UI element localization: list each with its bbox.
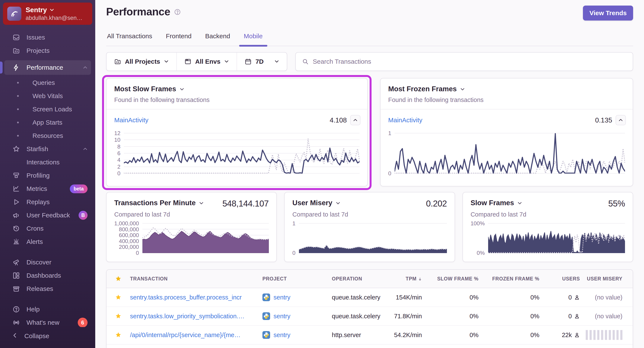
- search-icon: [302, 58, 308, 65]
- widget-subtitle: Found in the following transactions: [114, 96, 360, 103]
- transaction-link[interactable]: /api/0/internal/rpc/{service_name}/{me…: [130, 331, 262, 338]
- slow-frames-line-chart: [124, 133, 360, 173]
- users-cell: 0: [541, 294, 582, 301]
- project-cell[interactable]: sentry: [262, 331, 332, 339]
- star-column-header[interactable]: [106, 276, 130, 282]
- col-project[interactable]: PROJECT: [262, 276, 332, 282]
- metric-value: 4.108: [330, 116, 347, 124]
- y-axis-labels: 1,000,000800,000600,000400,000200,0000: [114, 221, 139, 256]
- table-row[interactable]: sentry.tasks.process_buffer.process_incr…: [106, 288, 633, 307]
- projects-icon: [12, 47, 20, 54]
- releases-icon: [12, 285, 20, 292]
- issues-icon: [12, 34, 20, 41]
- bullet-icon: [17, 122, 19, 123]
- y-tick-label: 10: [114, 137, 120, 142]
- star-outline-icon: [12, 145, 20, 153]
- col-tpm[interactable]: TPM: [387, 276, 424, 282]
- collapse-chart-button[interactable]: [350, 115, 360, 125]
- slow-frames-pct-widget: Slow Frames 55% Compared to last 7d 100%…: [462, 192, 633, 262]
- table-row[interactable]: sentry.tasks.low_priority_symbolication.…: [106, 307, 633, 326]
- favorite-star-icon[interactable]: [106, 332, 130, 338]
- sidebar-item-issues[interactable]: Issues: [4, 31, 91, 44]
- widget-title[interactable]: Most Slow Frames: [114, 85, 360, 93]
- sidebar-item-crons[interactable]: Crons: [4, 222, 91, 235]
- widget-title[interactable]: Slow Frames: [470, 199, 522, 207]
- sidebar-item-whats-new[interactable]: What's new 6: [4, 316, 91, 327]
- transaction-link[interactable]: sentry.tasks.low_priority_symbolication.…: [130, 313, 262, 320]
- tab-all-transactions[interactable]: All Transactions: [106, 33, 153, 46]
- y-tick-label: 0: [117, 170, 120, 176]
- sidebar-item-resources[interactable]: Resources: [4, 129, 91, 142]
- col-user-misery[interactable]: USER MISERY: [582, 276, 624, 282]
- operation-cell: http.server: [332, 331, 387, 338]
- slow-frame-cell: 0%: [424, 294, 480, 301]
- sidebar-item-screen-loads[interactable]: Screen Loads: [4, 103, 91, 116]
- project-filter[interactable]: All Projects: [106, 53, 176, 71]
- org-switcher[interactable]: Sentry abdullah.khan@sen…: [3, 3, 92, 25]
- favorite-star-icon[interactable]: [106, 294, 130, 300]
- python-project-icon: [262, 331, 270, 339]
- widget-title[interactable]: Most Frozen Frames: [388, 85, 625, 93]
- metric-value: 0.135: [595, 116, 612, 124]
- siren-icon: [12, 238, 20, 245]
- favorite-star-icon[interactable]: [106, 313, 130, 319]
- transaction-link[interactable]: MainActivity: [388, 116, 422, 124]
- chevron-down-icon: [50, 8, 54, 12]
- metric-value: 0.202: [426, 199, 447, 208]
- collapse-chart-button[interactable]: [616, 115, 626, 125]
- user-icon: [574, 332, 580, 338]
- sidebar-item-replays[interactable]: Replays: [4, 195, 91, 209]
- sidebar-item-metrics[interactable]: Metrics beta: [4, 182, 91, 195]
- chevron-left-icon: [12, 332, 18, 340]
- table-row[interactable]: sentry.tasks.store.save_eventsentryqueue…: [106, 344, 633, 348]
- environment-filter[interactable]: All Envs: [176, 53, 236, 71]
- widget-title[interactable]: User Misery: [292, 199, 340, 207]
- widget-title[interactable]: Transactions Per Minute: [114, 199, 204, 207]
- sidebar-item-web-vitals[interactable]: Web Vitals: [4, 89, 91, 103]
- sidebar-item-app-starts[interactable]: App Starts: [4, 116, 91, 129]
- sidebar-item-projects[interactable]: Projects: [4, 44, 91, 57]
- col-transaction[interactable]: TRANSACTION: [130, 276, 262, 282]
- sidebar-collapse-button[interactable]: Collapse: [4, 327, 91, 345]
- tab-frontend[interactable]: Frontend: [165, 33, 192, 46]
- sidebar-item-performance[interactable]: Performance: [4, 60, 91, 75]
- y-tick-label: 4: [117, 157, 120, 163]
- date-range-filter[interactable]: 7D: [236, 53, 286, 71]
- sidebar-item-queries[interactable]: Queries: [4, 76, 91, 89]
- project-cell[interactable]: sentry: [262, 312, 332, 320]
- sidebar-item-alerts[interactable]: Alerts: [4, 235, 91, 248]
- transaction-link[interactable]: MainActivity: [114, 116, 148, 124]
- user-misery-cell: (no value): [582, 294, 624, 301]
- y-tick-label: 0: [136, 250, 139, 256]
- question-circle-icon[interactable]: [174, 9, 181, 16]
- sidebar-item-releases[interactable]: Releases: [4, 282, 91, 295]
- operation-cell: queue.task.celery: [332, 313, 387, 320]
- sidebar-item-interactions[interactable]: Interactions: [4, 156, 91, 169]
- col-operation[interactable]: OPERATION: [332, 276, 387, 282]
- transaction-link[interactable]: sentry.tasks.process_buffer.process_incr: [130, 294, 262, 301]
- chevron-down-icon: [274, 60, 279, 64]
- tab-bar: All Transactions Frontend Backend Mobile: [106, 33, 633, 46]
- user-misery-value: (no value): [595, 294, 622, 301]
- sidebar-item-user-feedback[interactable]: User Feedback B: [4, 209, 91, 222]
- sidebar-item-profiling[interactable]: Profiling: [4, 169, 91, 182]
- chevron-down-icon: [180, 87, 184, 91]
- search-transactions-input[interactable]: [313, 58, 626, 65]
- user-misery-cell: (no value): [582, 313, 624, 320]
- sidebar-item-dashboards[interactable]: Dashboards: [4, 269, 91, 282]
- view-trends-button[interactable]: View Trends: [583, 6, 633, 21]
- frozen-frame-cell: 0%: [480, 331, 541, 338]
- tab-backend[interactable]: Backend: [204, 33, 231, 46]
- metric-value: 548,144.107: [222, 199, 268, 208]
- col-slow-frame[interactable]: SLOW FRAME %: [424, 276, 480, 282]
- col-frozen-frame[interactable]: FROZEN FRAME %: [480, 276, 541, 282]
- y-tick-label: 8: [117, 144, 120, 149]
- sidebar-item-discover[interactable]: Discover: [4, 256, 91, 269]
- table-row[interactable]: /api/0/internal/rpc/{service_name}/{me…s…: [106, 326, 633, 344]
- sidebar-item-starfish[interactable]: Starfish: [4, 142, 91, 156]
- sidebar-item-help[interactable]: Help: [4, 303, 91, 316]
- col-users[interactable]: USERS: [541, 276, 582, 282]
- tab-mobile[interactable]: Mobile: [243, 33, 264, 46]
- project-cell[interactable]: sentry: [262, 293, 332, 301]
- tpm-cell: 71.8K/min: [387, 313, 424, 320]
